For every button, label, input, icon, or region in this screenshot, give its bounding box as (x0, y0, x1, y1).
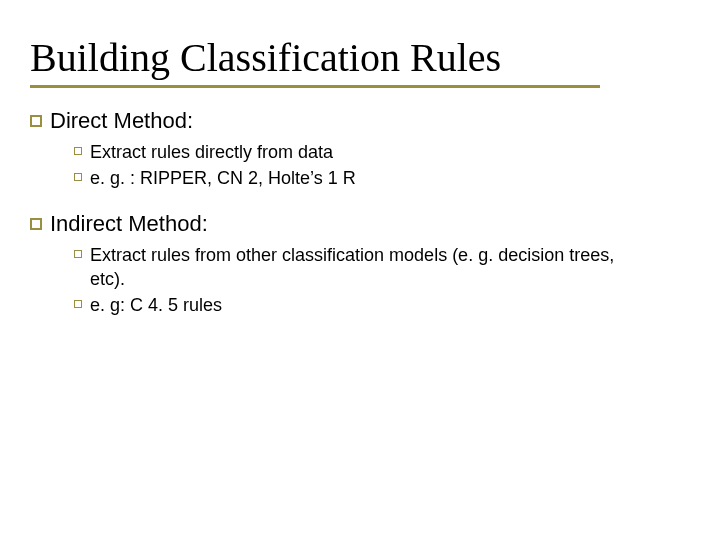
section-heading-row: Indirect Method: (30, 211, 690, 237)
content-list: Direct Method: Extract rules directly fr… (30, 108, 690, 317)
list-item: Extract rules directly from data (74, 140, 690, 164)
square-bullet-icon (74, 173, 82, 181)
list-item-text: Extract rules directly from data (90, 140, 333, 164)
slide: Building Classification Rules Direct Met… (0, 0, 720, 367)
square-bullet-icon (74, 147, 82, 155)
title-underline (30, 85, 600, 88)
square-bullet-icon (74, 250, 82, 258)
slide-title: Building Classification Rules (30, 34, 690, 81)
sub-list: Extract rules directly from data e. g. :… (74, 140, 690, 191)
list-item: e. g. : RIPPER, CN 2, Holte’s 1 R (74, 166, 690, 190)
section-heading: Indirect Method: (50, 211, 208, 237)
square-bullet-icon (30, 115, 42, 127)
list-item-text: e. g. : RIPPER, CN 2, Holte’s 1 R (90, 166, 356, 190)
section-heading: Direct Method: (50, 108, 193, 134)
section-direct-method: Direct Method: Extract rules directly fr… (30, 108, 690, 191)
list-item: e. g: C 4. 5 rules (74, 293, 690, 317)
square-bullet-icon (74, 300, 82, 308)
section-indirect-method: Indirect Method: Extract rules from othe… (30, 211, 690, 318)
list-item: Extract rules from other classification … (74, 243, 690, 292)
list-item-text: e. g: C 4. 5 rules (90, 293, 222, 317)
square-bullet-icon (30, 218, 42, 230)
sub-list: Extract rules from other classification … (74, 243, 690, 318)
list-item-text: Extract rules from other classification … (90, 243, 630, 292)
section-heading-row: Direct Method: (30, 108, 690, 134)
